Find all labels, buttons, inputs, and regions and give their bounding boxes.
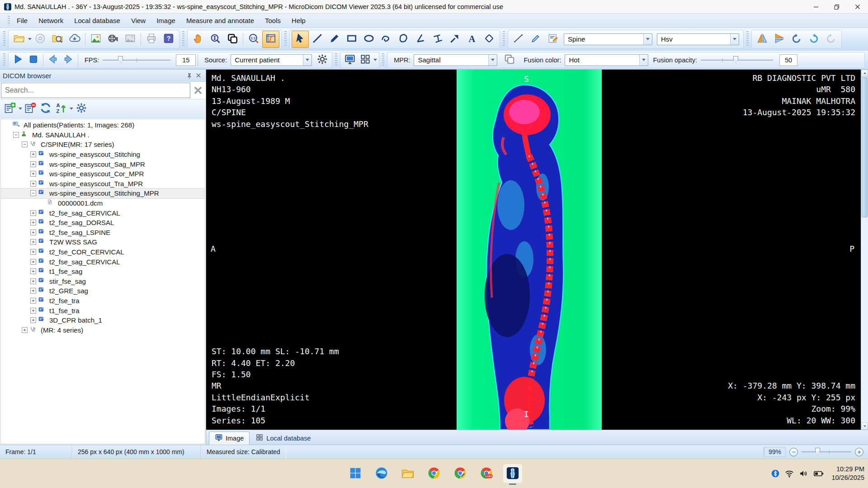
taskbar-app-chrome-labs[interactable]: LABS xyxy=(476,464,496,483)
print-button[interactable] xyxy=(143,31,160,48)
tree-item-t2-fse-sag-cervical[interactable]: +t2_fse_sag_CERVICAL xyxy=(1,208,205,218)
download-study-button[interactable] xyxy=(66,31,83,48)
previous-frame-button[interactable] xyxy=(45,53,61,67)
collapse-icon[interactable]: − xyxy=(13,132,19,138)
rotate-custom-button[interactable] xyxy=(822,31,840,48)
expand-icon[interactable]: + xyxy=(30,161,36,167)
mpr-select[interactable]: Sagittal xyxy=(414,54,497,66)
status-zoom-slider[interactable] xyxy=(802,447,851,456)
tree-item-ws-spine-easyscout-stitching[interactable]: +ws-spine_easyscout_Stitching xyxy=(1,150,205,160)
taskbar-app-chrome-dev[interactable] xyxy=(450,464,470,483)
minimize-button[interactable] xyxy=(806,0,826,13)
colormap-select-select[interactable]: Hsv xyxy=(657,33,739,45)
taskbar-clock[interactable]: 10:29 PM 10/26/2025 xyxy=(831,465,864,482)
fusion-button[interactable] xyxy=(502,53,517,67)
wifi-icon[interactable] xyxy=(784,469,794,479)
expand-icon[interactable]: + xyxy=(30,230,36,235)
expand-icon[interactable]: + xyxy=(30,288,36,294)
battery-icon[interactable] xyxy=(813,468,824,479)
menu-help[interactable]: Help xyxy=(286,14,311,27)
menu-file[interactable]: File xyxy=(11,14,33,27)
sort-caret[interactable] xyxy=(69,100,73,117)
maximize-button[interactable] xyxy=(826,0,847,13)
source-caret[interactable] xyxy=(303,55,311,66)
close-panel-button[interactable] xyxy=(194,71,203,80)
pin-panel-button[interactable] xyxy=(185,71,194,80)
taskbar-app-start[interactable] xyxy=(345,464,365,483)
tree-item-t1-fse-sag[interactable]: +t1_fse_sag xyxy=(1,267,205,277)
cine-settings-button[interactable] xyxy=(315,53,330,67)
refresh-button[interactable] xyxy=(38,101,53,117)
measure-cobb-angle-button[interactable] xyxy=(429,31,446,48)
tree-item-t2-fse-sag-cervical[interactable]: +t2_fse_sag_CERVICAL xyxy=(1,257,205,267)
mpr-caret[interactable] xyxy=(488,55,497,66)
next-frame-button[interactable] xyxy=(61,53,76,67)
single-view-button[interactable] xyxy=(342,53,358,67)
stop-button[interactable] xyxy=(26,53,41,67)
scout-lines-button[interactable] xyxy=(262,31,279,48)
menu-network[interactable]: Network xyxy=(33,14,69,27)
draw-freehand-button[interactable] xyxy=(377,31,395,48)
measure-line-button[interactable] xyxy=(309,31,326,48)
window-level-button[interactable] xyxy=(224,31,241,48)
annotate-text-button[interactable]: A xyxy=(463,31,481,48)
colormap-select-caret[interactable] xyxy=(730,34,739,45)
tree-item-mr-4-series[interactable]: +(MR: 4 series) xyxy=(1,325,205,335)
tree-item-ws-spine-easyscout-stitching-mpr[interactable]: −ws-spine_easyscout_Stitching_MPR xyxy=(1,188,205,198)
scan-folder-button[interactable] xyxy=(49,31,66,48)
open-cd-button[interactable] xyxy=(32,31,49,48)
spine-label-preset-caret[interactable] xyxy=(643,34,652,45)
export-video-button[interactable] xyxy=(104,31,122,48)
actual-size-button[interactable]: 1:1 xyxy=(245,31,262,48)
layout-caret[interactable] xyxy=(373,52,377,69)
close-button[interactable] xyxy=(847,0,868,13)
tree-item-3d-cpr-batch-1[interactable]: +3D_CPR batch_1 xyxy=(1,315,205,325)
image-viewport[interactable]: Md. SANAULLAH .NH13-96013-August-1989 MC… xyxy=(206,70,868,430)
menu-tools[interactable]: Tools xyxy=(259,14,286,27)
fusion-opacity-slider[interactable] xyxy=(701,56,773,65)
annotation-list-button[interactable] xyxy=(544,31,561,48)
rotate-left-button[interactable] xyxy=(788,31,805,48)
expand-icon[interactable]: + xyxy=(30,210,36,216)
open-file-caret[interactable] xyxy=(28,31,32,48)
measure-angle-button[interactable] xyxy=(412,31,429,48)
tree-item-ws-spine-easyscout-sag-mpr[interactable]: +ws-spine_easyscout_Sag_MPR xyxy=(1,159,205,169)
draw-pencil-button[interactable] xyxy=(326,31,343,48)
expand-icon[interactable]: + xyxy=(30,268,36,274)
expand-icon[interactable]: + xyxy=(30,298,36,304)
taskbar-app-chrome[interactable] xyxy=(424,464,444,483)
help-button[interactable]: ? xyxy=(160,31,177,48)
zoom-out-button[interactable]: − xyxy=(789,448,798,456)
play-button[interactable] xyxy=(10,53,26,67)
expand-icon[interactable]: + xyxy=(30,308,36,314)
select-cursor-button[interactable] xyxy=(292,31,309,48)
tree-item-t1-fse-tra[interactable]: +t1_fse_tra xyxy=(1,305,205,315)
scrollbar-thumb[interactable] xyxy=(862,77,868,217)
add-to-list-button[interactable] xyxy=(3,101,17,117)
expand-icon[interactable]: + xyxy=(30,249,36,255)
bluetooth-icon[interactable] xyxy=(771,469,780,478)
open-file-button[interactable] xyxy=(10,31,28,48)
expand-icon[interactable]: + xyxy=(30,181,36,187)
copy-to-picture-button[interactable] xyxy=(122,31,139,48)
tree-item-t2-fse-sag-lspine[interactable]: +t2_fse_sag_LSPINE xyxy=(1,228,205,238)
fps-value[interactable]: 15 xyxy=(176,54,196,66)
fusion-color-select[interactable]: Hot xyxy=(565,54,648,66)
expand-icon[interactable]: + xyxy=(30,220,36,225)
expand-icon[interactable]: + xyxy=(30,151,36,157)
expand-icon[interactable]: + xyxy=(30,239,36,245)
menu-image[interactable]: Image xyxy=(151,14,181,27)
search-input[interactable] xyxy=(1,83,190,98)
collapse-icon[interactable]: − xyxy=(22,141,28,147)
collapse-icon[interactable]: − xyxy=(30,190,36,196)
scroll-down-button[interactable] xyxy=(861,422,868,430)
expand-icon[interactable]: + xyxy=(30,171,36,177)
tree-item-ws-spine-easyscout-cor-mpr[interactable]: +ws-spine_easyscout_Cor_MPR xyxy=(1,169,205,179)
tree-item-t2-fse-cor-cervical[interactable]: +t2_fse_COR_CERVICAL xyxy=(1,247,205,257)
menu-measure-and-annotate[interactable]: Measure and annotate xyxy=(181,14,259,27)
tab-image[interactable]: Image xyxy=(209,432,250,445)
draw-rectangle-button[interactable] xyxy=(343,31,360,48)
draw-closed-polygon-button[interactable] xyxy=(395,31,412,48)
browser-settings-button[interactable] xyxy=(74,101,89,117)
tree-item-t2-gre-sag[interactable]: +t2_GRE_sag xyxy=(1,286,205,296)
